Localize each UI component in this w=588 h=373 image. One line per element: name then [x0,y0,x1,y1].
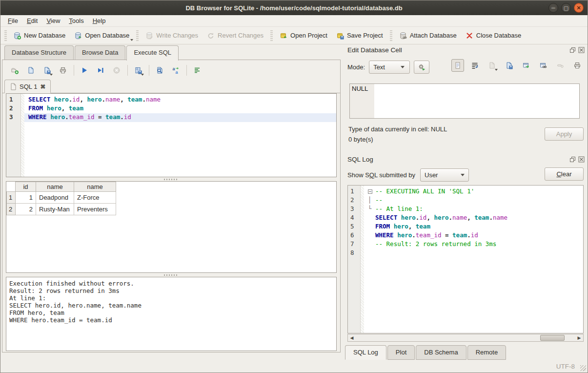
menu-item-tools[interactable]: Tools [64,16,88,26]
sql-tab-bar: SQL 1 ✖ [2,80,340,93]
execute-all-button[interactable] [78,64,91,77]
toolbar-separator [149,65,149,76]
close-dock-icon[interactable] [578,156,585,163]
tab-execute-sql[interactable]: Execute SQL [126,45,179,61]
link-button[interactable] [537,59,549,72]
auto-apply-button[interactable] [414,61,429,74]
table-cell[interactable]: Rusty-Man [36,204,74,215]
fold-marker-icon[interactable]: − [368,187,375,195]
sql-editor-toolbar: aa [2,61,340,80]
dock-tab-sql-log[interactable]: SQL Log [345,345,386,360]
dock-tab-plot[interactable]: Plot [387,345,415,360]
word-wrap-button[interactable] [468,59,481,72]
table-cell[interactable]: 1 [16,192,36,204]
title-bar[interactable]: DB Browser for SQLite - /home/user/code/… [0,0,588,15]
dock-tab-remote[interactable]: Remote [467,345,507,360]
print-button[interactable] [57,64,69,77]
word-wrap-icon [471,62,479,69]
toolbar-grip[interactable] [4,30,7,41]
minimize-button[interactable]: ─ [548,3,558,13]
close-button[interactable]: ✕ [574,3,584,13]
open-database-button[interactable]: Open Database [70,29,134,42]
save-project-button[interactable]: Save Project [332,29,387,42]
code-line: │-- [364,196,583,205]
attach-database-button[interactable]: Attach Database [395,29,461,42]
new-tab-button[interactable] [8,64,21,77]
encoding-indicator: UTF-8 [556,363,575,370]
log-filter-row: Show SQL submitted by User Clear [347,167,585,182]
dropdown-caret-icon[interactable] [495,69,498,71]
new-tab-icon [11,66,19,74]
resize-grip-icon[interactable] [580,365,586,371]
print-cell-button[interactable] [571,59,584,72]
splitter-handle[interactable] [2,273,340,277]
right-pane: Edit Database Cell Mode: Text NULL T [344,44,588,361]
maximize-button[interactable]: ▢ [561,3,571,13]
scroll-right-arrow[interactable]: ▶ [575,334,583,341]
fold-marker-icon[interactable]: └ [368,205,375,212]
open-external-button[interactable] [520,59,532,72]
main-content: Database StructureBrowse DataExecute SQL… [0,44,588,373]
menu-item-view[interactable]: View [42,16,64,26]
scroll-left-arrow[interactable]: ◀ [348,334,356,341]
menu-item-file[interactable]: File [3,16,22,26]
table-cell[interactable]: Deadpond [36,192,74,204]
table-row[interactable]: 22Rusty-ManPreventers [7,204,116,215]
log-horizontal-scrollbar[interactable]: ◀ ▶ [347,334,584,342]
open-file-button[interactable] [24,64,37,77]
sql-code-editor[interactable]: 123 SELECT hero.id, hero.name, team.name… [6,93,337,177]
tab-close-icon[interactable]: ✖ [40,83,45,90]
menu-item-help[interactable]: Help [88,16,110,26]
toolbar-button-label: New Database [24,32,65,39]
apply-button[interactable]: Apply [545,127,584,141]
cell-value-editor[interactable]: NULL [349,83,580,119]
save-results-button[interactable] [132,64,144,77]
format-button[interactable] [191,64,203,77]
sql-log-view[interactable]: 12345678 −-- EXECUTING ALL IN 'SQL 1'│--… [347,185,584,333]
sql-document-tab[interactable]: SQL 1 ✖ [4,80,51,93]
clear-log-button[interactable]: Clear [545,167,584,181]
float-dock-icon[interactable] [569,47,576,53]
save-as-button[interactable] [503,59,515,72]
table-row[interactable]: 11DeadpondZ-Force [7,192,116,204]
new-database-button[interactable]: New Database [9,29,70,42]
open-project-button[interactable]: Open Project [275,29,332,42]
cell-null-label: NULL [350,84,374,118]
row-header[interactable]: 1 [7,192,16,204]
dock-tab-db-schema[interactable]: DB Schema [416,345,466,360]
sql-log-title: SQL Log [347,156,567,163]
log-filter-select[interactable]: User [420,168,469,182]
table-cell[interactable]: 2 [16,204,36,215]
dropdown-caret-icon[interactable] [50,74,53,76]
float-dock-icon[interactable] [569,156,576,163]
message-line: SELECT hero.id, hero.name, team.name [9,302,333,309]
results-grid[interactable]: idnamename11DeadpondZ-Force22Rusty-ManPr… [6,181,337,273]
tab-browse-data[interactable]: Browse Data [75,45,125,60]
execution-message-box[interactable]: Execution finished without errors.Result… [6,277,337,351]
replace-button[interactable]: aa [169,64,182,77]
fold-marker-icon[interactable]: │ [368,196,375,204]
row-header[interactable]: 2 [7,204,16,215]
column-header-name-1[interactable]: name [36,182,74,192]
tab-database-structure[interactable]: Database Structure [4,45,74,60]
dropdown-caret-icon[interactable] [141,74,144,76]
menu-item-edit[interactable]: Edit [22,16,42,26]
save-file-button[interactable] [41,64,53,77]
execute-line-button[interactable] [94,64,107,77]
column-header-name-2[interactable]: name [74,182,116,192]
splitter-handle[interactable] [2,177,340,181]
mode-select[interactable]: Text [369,61,410,74]
find-button[interactable] [153,64,166,77]
code-line [364,249,583,258]
scrollbar-thumb[interactable] [540,335,565,341]
dropdown-caret-icon[interactable] [130,39,133,41]
toolbar-button-label: Revert Changes [218,32,264,39]
text-mode-button[interactable] [451,59,464,72]
table-cell[interactable]: Preventers [74,204,116,215]
close-database-button[interactable]: Close Database [461,29,526,42]
import-icon [488,62,496,69]
column-header-id-0[interactable]: id [16,182,36,192]
close-dock-icon[interactable] [578,47,585,53]
table-cell[interactable]: Z-Force [74,192,116,204]
toolbar-separator [136,30,139,41]
